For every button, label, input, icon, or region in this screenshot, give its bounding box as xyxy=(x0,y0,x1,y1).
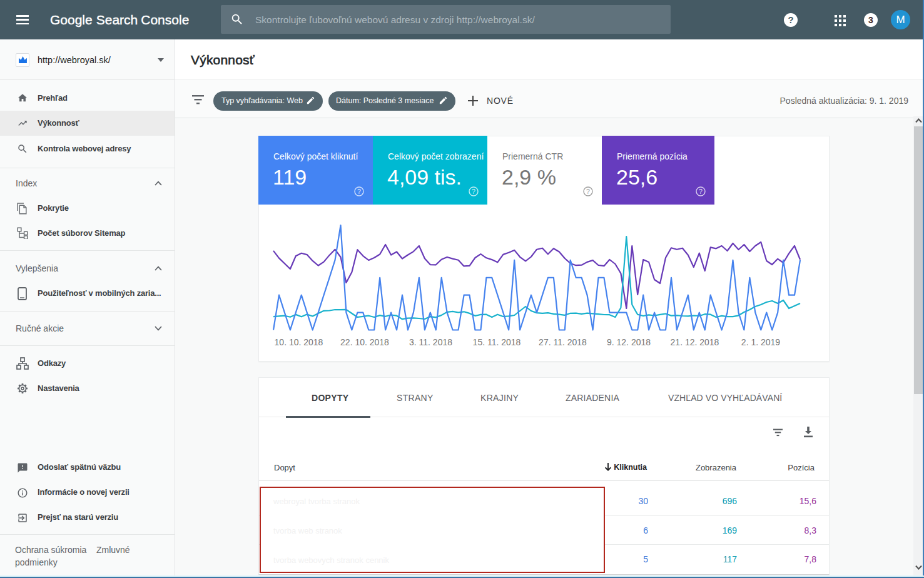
svg-text:?: ? xyxy=(586,188,590,195)
svg-text:9. 12. 2018: 9. 12. 2018 xyxy=(607,337,651,347)
svg-text:?: ? xyxy=(357,188,361,195)
svg-text:15. 11. 2018: 15. 11. 2018 xyxy=(473,337,521,347)
svg-text:2. 1. 2019: 2. 1. 2019 xyxy=(741,337,780,347)
svg-text:22. 10. 2018: 22. 10. 2018 xyxy=(340,337,389,347)
svg-text:?: ? xyxy=(699,188,703,195)
svg-text:10. 10. 2018: 10. 10. 2018 xyxy=(275,337,323,347)
svg-text:?: ? xyxy=(472,188,475,195)
svg-text:3. 11. 2018: 3. 11. 2018 xyxy=(409,337,452,347)
svg-text:21. 12. 2018: 21. 12. 2018 xyxy=(671,337,719,347)
svg-text:27. 11. 2018: 27. 11. 2018 xyxy=(539,337,587,347)
